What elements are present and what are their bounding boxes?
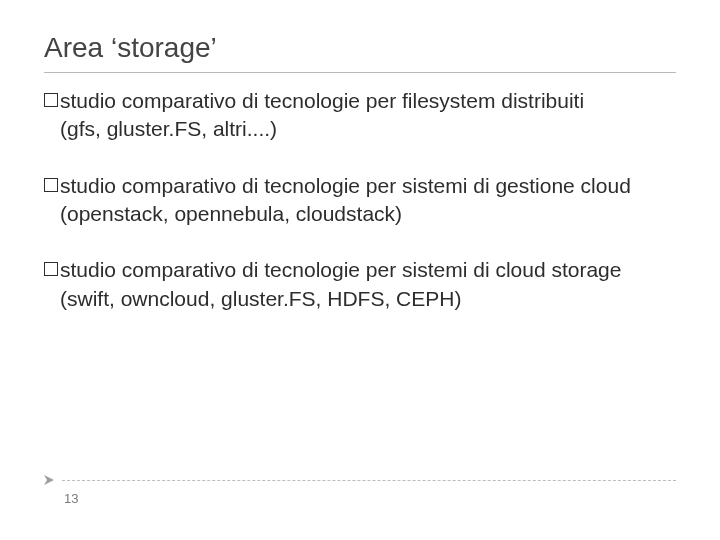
checkbox-icon	[44, 178, 58, 192]
slide-body: studio comparativo di tecnologie per fil…	[44, 87, 676, 313]
slide-title: Area ‘storage’	[44, 32, 676, 64]
footer-divider-wrap	[44, 475, 676, 485]
arrow-right-icon	[44, 475, 58, 485]
bullet-item: studio comparativo di tecnologie per fil…	[44, 87, 676, 144]
bullet-item: studio comparativo di tecnologie per sis…	[44, 172, 676, 229]
page-number: 13	[64, 491, 676, 506]
bullet-text: studio comparativo di tecnologie per sis…	[60, 172, 676, 229]
title-divider	[44, 72, 676, 73]
bullet-text: studio comparativo di tecnologie per fil…	[60, 87, 676, 144]
footer-divider	[62, 480, 676, 481]
slide: Area ‘storage’ studio comparativo di tec…	[0, 0, 720, 540]
svg-marker-0	[44, 475, 54, 485]
bullet-text: studio comparativo di tecnologie per sis…	[60, 256, 676, 313]
bullet-item: studio comparativo di tecnologie per sis…	[44, 256, 676, 313]
bullet-content: studio comparativo di tecnologie per sis…	[60, 174, 631, 225]
checkbox-icon	[44, 93, 58, 107]
bullet-content: studio comparativo di tecnologie per fil…	[60, 89, 584, 140]
bullet-content: studio comparativo di tecnologie per sis…	[60, 258, 621, 309]
checkbox-icon	[44, 262, 58, 276]
slide-footer: 13	[44, 475, 676, 506]
